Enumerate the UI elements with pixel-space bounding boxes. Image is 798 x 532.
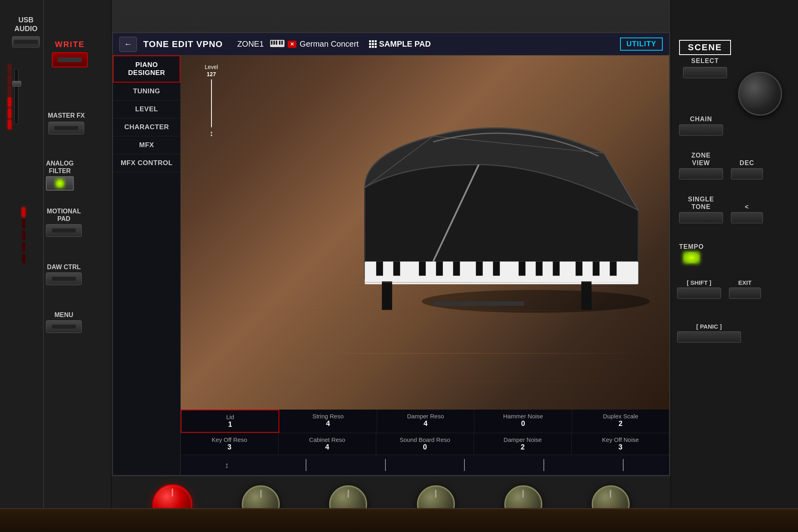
param-key-off-reso-name: Key Off Reso (182, 436, 277, 443)
motional-pad-button[interactable] (46, 224, 82, 237)
param-lid[interactable]: Lid 1 (181, 410, 279, 433)
menu-item-character[interactable]: CHARACTER (113, 118, 180, 136)
daw-ctrl-label: DAW CTRL (47, 263, 81, 271)
params-row-2: Key Off Reso 3 Cabinet Reso 4 Sound Boar… (181, 433, 669, 455)
icon-group: ✕ German Concert (270, 39, 359, 49)
tempo-label: TEMPO (679, 243, 704, 250)
param-key-off-noise[interactable]: Key Off Noise 3 (572, 433, 669, 455)
piano-display: Level 127 ↕ (181, 55, 669, 410)
chain-button[interactable] (679, 124, 723, 136)
screen-zone: ZONE1 (237, 39, 264, 49)
param-lid-name: Lid (183, 414, 277, 420)
daw-ctrl-button[interactable] (46, 272, 82, 285)
param-hammer-noise-name: Hammer Noise (476, 413, 570, 420)
slider-col-3 (425, 459, 504, 471)
updown-arrow-icon: ↕ (225, 461, 229, 470)
main-knob[interactable] (738, 72, 782, 116)
slider-col-4 (504, 459, 584, 471)
back-arrow-icon: ← (124, 39, 132, 49)
dec-button[interactable] (731, 168, 763, 179)
grid-icon (369, 40, 377, 48)
menu-item-mfx[interactable]: MFX (113, 136, 180, 154)
screen-right: Level 127 ↕ (181, 55, 669, 475)
param-duplex-scale[interactable]: Duplex Scale 2 (572, 410, 669, 433)
level-label: Level (205, 64, 218, 70)
svg-rect-2 (273, 41, 275, 45)
screen-content: PIANO DESIGNER TUNING LEVEL CHARACTER MF… (113, 55, 669, 475)
param-damper-noise[interactable]: Damper Noise 2 (474, 433, 572, 455)
shift-label: [ SHIFT ] (687, 279, 711, 286)
sample-pad-button[interactable]: SAMPLE PAD (369, 39, 431, 49)
scene-label: SCENE (679, 40, 731, 55)
back-button[interactable]: ← (119, 37, 137, 52)
concert-name: German Concert (300, 39, 359, 49)
panic-button[interactable] (677, 331, 741, 343)
screen-menu: PIANO DESIGNER TUNING LEVEL CHARACTER MF… (113, 55, 181, 475)
single-tone-button[interactable] (679, 212, 723, 223)
tempo-light (683, 252, 699, 263)
menu-item-level[interactable]: LEVEL (113, 100, 180, 118)
svg-rect-3 (276, 41, 277, 45)
knob-2-marker (260, 490, 261, 498)
analog-filter-light (56, 179, 64, 187)
sliders-row: ↕ (181, 455, 669, 475)
master-fx-label: MASTER FX (48, 112, 85, 119)
menu-label: MENU (54, 311, 73, 319)
svg-rect-4 (279, 41, 280, 45)
usb-audio-label: USB AUDIO (14, 16, 38, 33)
param-sound-board-reso[interactable]: Sound Board Reso 0 (376, 433, 474, 455)
param-string-reso-name: String Reso (281, 413, 375, 420)
exit-button[interactable] (729, 288, 761, 299)
param-key-off-reso-value: 3 (182, 443, 277, 451)
x-badge: ✕ (288, 41, 296, 48)
slider-col-0: ↕ (187, 461, 267, 470)
param-lid-value: 1 (183, 420, 277, 429)
usb-audio-button[interactable] (12, 36, 40, 47)
select-button[interactable] (683, 67, 727, 78)
right-panel: SCENE SELECT CHAIN ZONE VIEW DEC SINGLE … (670, 0, 798, 532)
menu-item-mfx-control[interactable]: MFX CONTROL (113, 154, 180, 172)
screen: ← TONE EDIT VPNO ZONE1 ✕ German Conce (112, 32, 670, 476)
piano-small-icon (270, 40, 284, 49)
level-line (211, 79, 212, 127)
param-duplex-scale-name: Duplex Scale (574, 413, 668, 420)
param-string-reso[interactable]: String Reso 4 (279, 410, 377, 433)
panic-label: [ PANIC ] (696, 323, 722, 330)
utility-button[interactable]: UTILITY (620, 37, 663, 51)
param-key-off-noise-name: Key Off Noise (573, 436, 668, 443)
slider-line-5 (623, 459, 624, 471)
write-label: WRITE (55, 40, 85, 49)
param-duplex-scale-value: 2 (574, 420, 668, 428)
write-button[interactable] (52, 52, 88, 67)
params-row-1: Lid 1 String Reso 4 Damper Reso 4 Hamm (181, 410, 669, 433)
param-damper-noise-name: Damper Noise (476, 436, 570, 443)
device-body: USB AUDIO WRITE (0, 0, 798, 532)
level-arrow-icon: ↕ (205, 129, 218, 138)
param-sound-board-reso-name: Sound Board Reso (378, 436, 472, 443)
less-than-button[interactable] (731, 212, 763, 223)
param-hammer-noise-value: 0 (476, 420, 570, 428)
param-hammer-noise[interactable]: Hammer Noise 0 (474, 410, 572, 433)
menu-item-tuning[interactable]: TUNING (113, 83, 180, 100)
param-string-reso-value: 4 (281, 420, 375, 428)
screen-title: TONE EDIT VPNO (143, 39, 223, 49)
menu-item-piano-designer[interactable]: PIANO DESIGNER (113, 55, 180, 83)
shift-button[interactable] (677, 288, 721, 299)
analog-filter-toggle[interactable] (46, 176, 74, 191)
param-damper-reso-name: Damper Reso (379, 413, 472, 420)
zone-view-label: ZONE VIEW (691, 152, 711, 167)
select-label: SELECT (691, 57, 719, 65)
single-tone-label: SINGLE TONE (688, 195, 714, 211)
param-key-off-reso[interactable]: Key Off Reso 3 (181, 433, 279, 455)
master-fx-button[interactable] (48, 122, 84, 134)
slider-col-2 (346, 459, 425, 471)
param-damper-reso[interactable]: Damper Reso 4 (377, 410, 474, 433)
less-than-label: < (745, 203, 749, 211)
exit-label: EXIT (738, 279, 751, 286)
dec-label: DEC (740, 160, 755, 167)
param-cabinet-reso[interactable]: Cabinet Reso 4 (279, 433, 376, 455)
menu-button[interactable] (46, 320, 82, 333)
zone-view-button[interactable] (679, 168, 723, 179)
param-sound-board-reso-value: 0 (378, 443, 472, 451)
knob-5-marker (523, 490, 524, 498)
